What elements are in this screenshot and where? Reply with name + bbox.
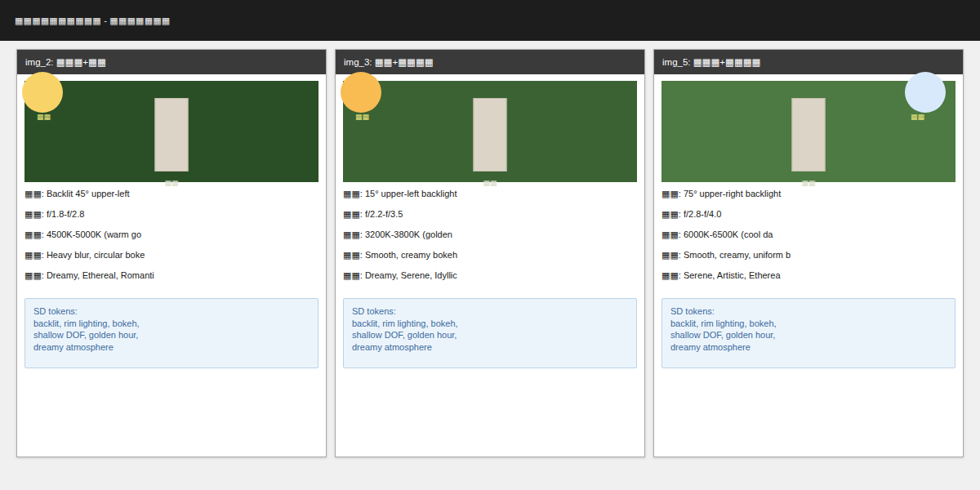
card-body: ▦▦ ▦▦ ▦▦: Backlit 45° upper-left ▦▦: f/1… bbox=[17, 74, 326, 368]
sd-tokens-box: SD tokens: backlit, rim lighting, bokeh,… bbox=[343, 298, 637, 368]
light-source-label: ▦▦ bbox=[355, 112, 369, 122]
image-card-img3: img_3: ▦▦+▦▦▦▦ ▦▦ ▦▦ ▦▦: 15° upper-left … bbox=[335, 49, 645, 457]
card-title: img_5: ▦▦▦+▦▦▦▦ bbox=[662, 56, 761, 68]
sun-icon bbox=[905, 72, 946, 113]
card-header: img_5: ▦▦▦+▦▦▦▦ bbox=[654, 50, 963, 74]
sun-icon bbox=[341, 72, 381, 113]
sd-tokens-line: dreamy atmosphere bbox=[352, 341, 628, 354]
sd-tokens-box: SD tokens: backlit, rim lighting, bokeh,… bbox=[24, 298, 318, 368]
scene-preview: ▦▦ ▦▦ bbox=[343, 81, 637, 182]
sd-tokens-title: SD tokens: bbox=[670, 305, 947, 318]
param-aperture: ▦▦: f/2.8-f/4.0 bbox=[662, 204, 956, 225]
card-body: ▦▦ ▦▦ ▦▦: 75° upper-right backlight ▦▦: … bbox=[654, 74, 963, 368]
subject-rectangle bbox=[155, 98, 189, 172]
titlebar: ▦▦▦▦▦▦▦▦▦▦ - ▦▦▦▦▦▦▦ bbox=[0, 0, 980, 41]
param-color-temp: ▦▦: 6000K-6500K (cool da bbox=[662, 225, 956, 245]
sd-tokens-line: backlit, rim lighting, bokeh, bbox=[352, 318, 628, 330]
sd-tokens-line: dreamy atmosphere bbox=[670, 341, 947, 354]
sd-tokens-line: shallow DOF, golden hour, bbox=[670, 329, 947, 341]
parameter-list: ▦▦: Backlit 45° upper-left ▦▦: f/1.8-f/2… bbox=[24, 184, 318, 286]
image-card-img2: img_2: ▦▦▦+▦▦ ▦▦ ▦▦ ▦▦: Backlit 45° uppe… bbox=[16, 49, 327, 457]
subject-label: ▦▦ bbox=[483, 178, 497, 188]
subject-label: ▦▦ bbox=[801, 178, 815, 188]
subject-label: ▦▦ bbox=[164, 178, 178, 188]
sun-icon bbox=[22, 72, 63, 113]
card-body: ▦▦ ▦▦ ▦▦: 15° upper-left backlight ▦▦: f… bbox=[336, 74, 644, 368]
param-bokeh: ▦▦: Heavy blur, circular boke bbox=[24, 245, 318, 265]
sd-tokens-title: SD tokens: bbox=[352, 305, 628, 318]
image-card-img5: img_5: ▦▦▦+▦▦▦▦ ▦▦ ▦▦ ▦▦: 75° upper-righ… bbox=[653, 49, 964, 457]
card-header: img_2: ▦▦▦+▦▦ bbox=[17, 50, 326, 74]
sd-tokens-title: SD tokens: bbox=[33, 305, 310, 318]
light-source-label: ▦▦ bbox=[37, 112, 51, 122]
param-aperture: ▦▦: f/2.2-f/3.5 bbox=[343, 204, 637, 225]
param-color-temp: ▦▦: 4500K-5000K (warm go bbox=[24, 225, 318, 245]
parameter-list: ▦▦: 75° upper-right backlight ▦▦: f/2.8-… bbox=[662, 184, 956, 286]
light-source-label: ▦▦ bbox=[911, 112, 924, 122]
card-header: img_3: ▦▦+▦▦▦▦ bbox=[336, 50, 644, 74]
param-bokeh: ▦▦: Smooth, creamy bokeh bbox=[343, 245, 637, 265]
card-title: img_3: ▦▦+▦▦▦▦ bbox=[344, 56, 434, 68]
param-mood: ▦▦: Serene, Artistic, Etherea bbox=[662, 265, 956, 286]
sd-tokens-line: backlit, rim lighting, bokeh, bbox=[670, 318, 947, 330]
param-aperture: ▦▦: f/1.8-f/2.8 bbox=[24, 204, 318, 225]
parameter-list: ▦▦: 15° upper-left backlight ▦▦: f/2.2-f… bbox=[343, 184, 637, 286]
param-color-temp: ▦▦: 3200K-3800K (golden bbox=[343, 225, 637, 245]
sd-tokens-line: shallow DOF, golden hour, bbox=[33, 329, 310, 341]
subject-rectangle bbox=[474, 98, 507, 172]
sd-tokens-line: backlit, rim lighting, bokeh, bbox=[33, 318, 310, 330]
param-mood: ▦▦: Dreamy, Ethereal, Romanti bbox=[24, 265, 318, 286]
subject-rectangle bbox=[792, 98, 826, 172]
card-grid: img_2: ▦▦▦+▦▦ ▦▦ ▦▦ ▦▦: Backlit 45° uppe… bbox=[0, 41, 980, 457]
scene-preview: ▦▦ ▦▦ bbox=[662, 81, 956, 182]
sd-tokens-box: SD tokens: backlit, rim lighting, bokeh,… bbox=[662, 298, 956, 368]
card-title: img_2: ▦▦▦+▦▦ bbox=[25, 56, 106, 68]
sd-tokens-line: dreamy atmosphere bbox=[33, 341, 310, 354]
scene-preview: ▦▦ ▦▦ bbox=[24, 81, 318, 182]
param-mood: ▦▦: Dreamy, Serene, Idyllic bbox=[343, 265, 637, 286]
page-title: ▦▦▦▦▦▦▦▦▦▦ - ▦▦▦▦▦▦▦ bbox=[15, 16, 170, 26]
param-bokeh: ▦▦: Smooth, creamy, uniform b bbox=[662, 245, 956, 265]
sd-tokens-line: shallow DOF, golden hour, bbox=[352, 329, 628, 341]
